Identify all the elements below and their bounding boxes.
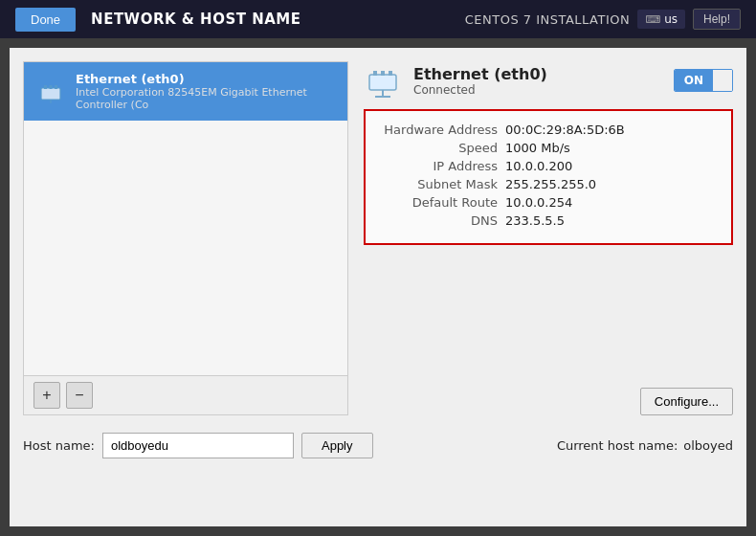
default-route-row: Default Route 10.0.0.254	[381, 195, 716, 210]
hostname-section: Host name: Apply	[23, 433, 373, 458]
current-hostname-label: Current host name:	[557, 438, 678, 453]
toggle-on-label[interactable]: ON	[675, 70, 713, 91]
svg-rect-10	[375, 96, 390, 98]
header: Done NETWORK & HOST NAME CENTOS 7 INSTAL…	[0, 0, 756, 38]
main-content: Ethernet (eth0) Intel Corporation 82545E…	[10, 48, 746, 526]
ip-row: IP Address 10.0.0.200	[381, 159, 716, 173]
toggle-off-area[interactable]	[713, 70, 732, 91]
toggle-switch[interactable]: ON	[674, 69, 733, 92]
hostname-input[interactable]	[102, 433, 294, 458]
svg-rect-5	[369, 75, 396, 90]
current-hostname-value: olboyed	[683, 438, 733, 453]
keyboard-icon: ⌨	[645, 13, 660, 26]
ethernet-list-icon	[35, 77, 66, 107]
adapter-list: Ethernet (eth0) Intel Corporation 82545E…	[23, 61, 348, 415]
header-left: Done NETWORK & HOST NAME	[15, 8, 301, 32]
adapter-detail-name: Ethernet (eth0)	[413, 65, 547, 83]
adapter-details: Ethernet (eth0) Connected ON Hardware Ad…	[364, 61, 733, 415]
adapter-list-spacer	[24, 121, 347, 375]
dns-value: 233.5.5.5	[505, 213, 565, 228]
dns-label: DNS	[381, 213, 505, 228]
svg-rect-2	[50, 85, 53, 89]
svg-rect-8	[389, 71, 392, 76]
adapter-detail-status: Connected	[413, 83, 547, 97]
adapter-detail-name-wrap: Ethernet (eth0) Connected	[413, 65, 547, 97]
svg-rect-6	[373, 71, 377, 76]
adapter-desc: Intel Corporation 82545EM Gigabit Ethern…	[76, 86, 336, 111]
svg-rect-7	[381, 71, 385, 76]
speed-label: Speed	[381, 141, 505, 155]
adapter-info: Ethernet (eth0) Intel Corporation 82545E…	[76, 72, 336, 111]
adapter-item[interactable]: Ethernet (eth0) Intel Corporation 82545E…	[24, 62, 347, 121]
svg-rect-0	[41, 88, 60, 100]
ethernet-detail-icon	[364, 61, 402, 100]
configure-button[interactable]: Configure...	[640, 388, 733, 415]
adapter-header: Ethernet (eth0) Connected ON	[364, 61, 733, 100]
info-box: Hardware Address 00:0C:29:8A:5D:6B Speed…	[364, 109, 733, 245]
svg-rect-1	[44, 85, 47, 89]
subnet-value: 255.255.255.0	[505, 177, 596, 191]
top-section: Ethernet (eth0) Intel Corporation 82545E…	[23, 61, 733, 415]
hw-address-label: Hardware Address	[381, 123, 505, 137]
adapter-header-left: Ethernet (eth0) Connected	[364, 61, 547, 100]
ip-value: 10.0.0.200	[505, 159, 572, 173]
speed-row: Speed 1000 Mb/s	[381, 141, 716, 155]
hw-address-row: Hardware Address 00:0C:29:8A:5D:6B	[381, 123, 716, 137]
bottom-section: Host name: Apply Current host name: olbo…	[23, 427, 733, 458]
default-route-label: Default Route	[381, 195, 505, 210]
page-title: NETWORK & HOST NAME	[91, 11, 300, 28]
keyboard-lang: us	[664, 12, 678, 26]
help-button[interactable]: Help!	[693, 9, 741, 30]
subnet-row: Subnet Mask 255.255.255.0	[381, 177, 716, 191]
adapter-name: Ethernet (eth0)	[76, 72, 336, 86]
keyboard-lang-wrap[interactable]: ⌨ us	[637, 10, 685, 29]
svg-rect-3	[55, 85, 57, 89]
hw-address-value: 00:0C:29:8A:5D:6B	[505, 123, 625, 137]
dns-row: DNS 233.5.5.5	[381, 213, 716, 228]
installation-label: CENTOS 7 INSTALLATION	[465, 12, 631, 27]
adapter-actions: + −	[24, 375, 347, 414]
apply-button[interactable]: Apply	[301, 433, 373, 458]
done-button[interactable]: Done	[15, 8, 76, 32]
speed-value: 1000 Mb/s	[505, 141, 570, 155]
current-hostname-section: Current host name: olboyed	[557, 438, 733, 453]
default-route-value: 10.0.0.254	[505, 195, 572, 210]
remove-adapter-button[interactable]: −	[66, 382, 93, 409]
hostname-label: Host name:	[23, 438, 95, 453]
ip-label: IP Address	[381, 159, 505, 173]
subnet-label: Subnet Mask	[381, 177, 505, 191]
header-right: CENTOS 7 INSTALLATION ⌨ us Help!	[465, 9, 741, 30]
add-adapter-button[interactable]: +	[33, 382, 60, 409]
